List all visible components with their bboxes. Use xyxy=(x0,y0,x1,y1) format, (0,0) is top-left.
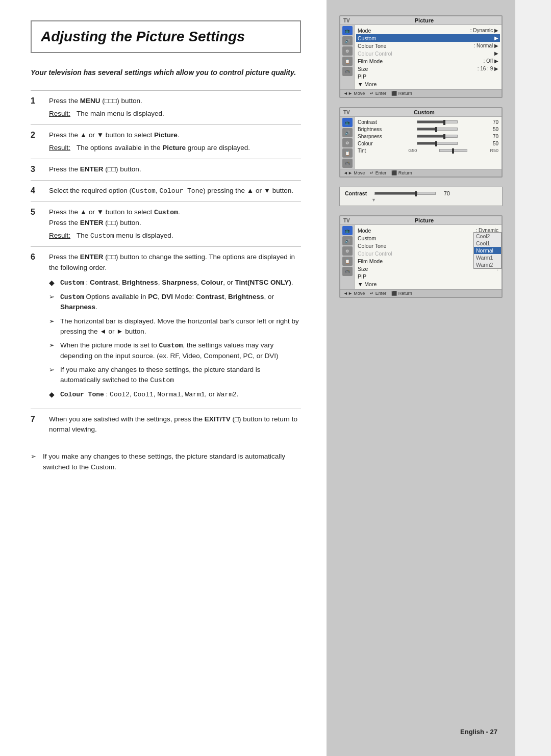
arrow-icon-4: ➢ xyxy=(49,340,56,361)
tv-icon-4d: 📋 xyxy=(342,257,353,266)
step-6-main-text: Press the ENTER (□□) button to change th… xyxy=(49,252,301,273)
tv-title-4: Picture xyxy=(415,217,434,223)
tv-footer-enter-2: ↵ Enter xyxy=(370,170,386,175)
tv-footer-move-4: ◄► Move xyxy=(343,291,365,296)
bullet-5: ➢ If you make any changes to these setti… xyxy=(49,365,301,386)
dropdown-warm2: Warm2 xyxy=(474,261,501,268)
bar-tint: Tint G50 R50 xyxy=(358,147,498,154)
tv-body-1: 📺 🔊 ⚙ 📋 🎮 Mode : Dynamic ▶ Custom ▶ Colo… xyxy=(340,25,502,89)
tv-footer-1: ◄► Move ↵ Enter ⬛ Return xyxy=(340,89,502,97)
tv-footer-move-1: ◄► Move xyxy=(343,91,365,96)
step-1-number: 1 xyxy=(31,96,41,119)
step-1-result-text: The main menu is displayed. xyxy=(77,109,164,119)
tv-menu-item-filmmode: Film Mode : Off ▶ xyxy=(358,57,498,65)
bar-colour: Colour 50 xyxy=(358,140,498,147)
page-title: Adjusting the Picture Settings xyxy=(41,29,291,45)
step-4-text: Select the required option (Custom, Colo… xyxy=(49,187,293,194)
step-5-line2: Press the ENTER (□□) button. xyxy=(49,218,301,229)
tv-menu-item-mode: Mode : Dynamic ▶ xyxy=(358,27,498,34)
tv-icon-1d: 📋 xyxy=(342,57,353,66)
tv-icon-2b: 🔊 xyxy=(342,128,353,137)
tv-menu-item-size: Size : 16 : 9 ▶ xyxy=(358,65,498,72)
step-6-bullets: ◆ Custom : Contrast, Brightness, Sharpne… xyxy=(49,278,301,400)
contrast-bar xyxy=(417,120,458,123)
tv-footer-return-1: ⬛ Return xyxy=(391,91,412,96)
bullet-4: ➢ When the picture mode is set to Custom… xyxy=(49,340,301,361)
bullet-1-text: Custom : Contrast, Brightness, Sharpness… xyxy=(60,278,293,288)
tv-menu-item-colourtone: Colour Tone : Normal ▶ xyxy=(358,42,498,49)
sidebar-bottom: English - 27 xyxy=(339,723,503,741)
step-2-result-label: Result: xyxy=(49,143,70,154)
step-4-content: Select the required option (Custom, Colo… xyxy=(49,186,301,196)
tv-title-2: Custom xyxy=(414,109,435,115)
title-box: Adjusting the Picture Settings xyxy=(31,20,301,53)
tv-icons-2: 📺 🔊 ⚙ 📋 🎮 xyxy=(340,117,355,169)
bullet-2-text: Custom Options available in PC, DVI Mode… xyxy=(60,292,301,313)
tv-menu-item-custom: Custom ▶ xyxy=(356,34,500,42)
tv-body-4: 📺 🔊 ⚙ 📋 🎮 Mode : Dynamic Custom Colour T… xyxy=(340,225,502,289)
step-3-number: 3 xyxy=(31,164,41,175)
step-1-content: Press the MENU (□□□) button. Result: The… xyxy=(49,96,301,119)
contrast-single-bar xyxy=(374,192,436,195)
dropdown-cool2: Cool2 xyxy=(474,233,501,240)
bullet-3: ➢ The horizontal bar is displayed. Move … xyxy=(49,316,301,337)
bullet-1: ◆ Custom : Contrast, Brightness, Sharpne… xyxy=(49,278,301,288)
step-1: 1 Press the MENU (□□□) button. Result: T… xyxy=(31,90,301,124)
tv-screen-4-header: TV Picture xyxy=(340,216,502,225)
step-2: 2 Press the ▲ or ▼ button to select Pict… xyxy=(31,124,301,159)
step-2-content: Press the ▲ or ▼ button to select Pictur… xyxy=(49,130,301,154)
tv-screen-1-header: TV Picture xyxy=(340,16,502,25)
tv-icon-2e: 🎮 xyxy=(342,159,353,168)
dropdown-cool1: Cool1 xyxy=(474,240,501,247)
step-6: 6 Press the ENTER (□□) button to change … xyxy=(31,246,301,409)
tv-icon-1b: 🔊 xyxy=(342,36,353,45)
english-label: English xyxy=(460,728,484,736)
tv-footer-4: ◄► Move ↵ Enter ⬛ Return xyxy=(340,289,502,297)
step-3: 3 Press the ENTER (□□) button. xyxy=(31,159,301,180)
contrast-label: Contrast xyxy=(345,190,370,196)
tv-screen-1: TV Picture 📺 🔊 ⚙ 📋 🎮 Mode : Dynamic ▶ Cu… xyxy=(339,15,503,98)
contrast-arrow-down: ▼ xyxy=(371,197,497,203)
tv-icon-2c: ⚙ xyxy=(342,138,353,147)
tv-icon-4c: ⚙ xyxy=(342,246,353,256)
tv-footer-2: ◄► Move ↵ Enter ⬛ Return xyxy=(340,169,502,177)
tv-label-1: TV xyxy=(343,18,350,23)
tv-label-4: TV xyxy=(343,218,350,223)
step-4-number: 4 xyxy=(31,186,41,196)
contrast-row: Contrast 70 xyxy=(345,190,497,196)
step-5-result-text: The Custom menu is displayed. xyxy=(77,231,173,241)
sidebar: TV Picture 📺 🔊 ⚙ 📋 🎮 Mode : Dynamic ▶ Cu… xyxy=(327,0,515,756)
tv-icon-4a: 📺 xyxy=(342,226,353,235)
sharpness-bar xyxy=(417,135,458,138)
colour-tone-dropdown: Cool2 Cool1 Normal Warm1 Warm2 xyxy=(473,232,502,269)
diamond-icon-1: ◆ xyxy=(49,278,56,288)
tv-footer-return-2: ⬛ Return xyxy=(391,170,412,175)
tv-icon-1a: 📺 xyxy=(342,26,353,35)
bar-sharpness: Sharpness 70 xyxy=(358,133,498,140)
main-content: Adjusting the Picture Settings Your tele… xyxy=(0,0,327,756)
step-3-text: Press the ENTER (□□) button. xyxy=(49,165,141,173)
tv-screen-2-header: TV Custom xyxy=(340,108,502,117)
dropdown-warm1: Warm1 xyxy=(474,254,501,261)
arrow-icon-3: ➢ xyxy=(49,316,56,337)
tv-icon-2d: 📋 xyxy=(342,148,353,158)
tv-footer-return-4: ⬛ Return xyxy=(391,291,412,296)
bar-brightness: Brightness 50 xyxy=(358,125,498,133)
step-7-content: When you are satisfied with the settings… xyxy=(49,414,301,436)
arrow-icon-5: ➢ xyxy=(49,365,56,386)
tv-footer-move-2: ◄► Move xyxy=(343,170,365,175)
footer-note: ➢ If you make any changes to these setti… xyxy=(31,451,301,472)
tv-menu-4-pip: PIP xyxy=(358,272,498,280)
footer-arrow-icon: ➢ xyxy=(31,451,38,472)
tv-menu-4: Mode : Dynamic Custom Colour Tone : Colo… xyxy=(355,225,502,289)
arrow-icon-2: ➢ xyxy=(49,292,56,313)
tv-title-1: Picture xyxy=(415,17,434,23)
tv-label-2: TV xyxy=(343,110,350,115)
colour-bar xyxy=(417,142,458,145)
bullet-2: ➢ Custom Options available in PC, DVI Mo… xyxy=(49,292,301,313)
bullet-6-text: Colour Tone : Cool2, Cool1, Normal, Warm… xyxy=(60,389,239,400)
tv-body-2: 📺 🔊 ⚙ 📋 🎮 Contrast 70 Brightness xyxy=(340,117,502,169)
step-1-text: Press the MENU (□□□) button. xyxy=(49,97,142,105)
step-7: 7 When you are satisfied with the settin… xyxy=(31,409,301,441)
bar-contrast: Contrast 70 xyxy=(358,118,498,125)
